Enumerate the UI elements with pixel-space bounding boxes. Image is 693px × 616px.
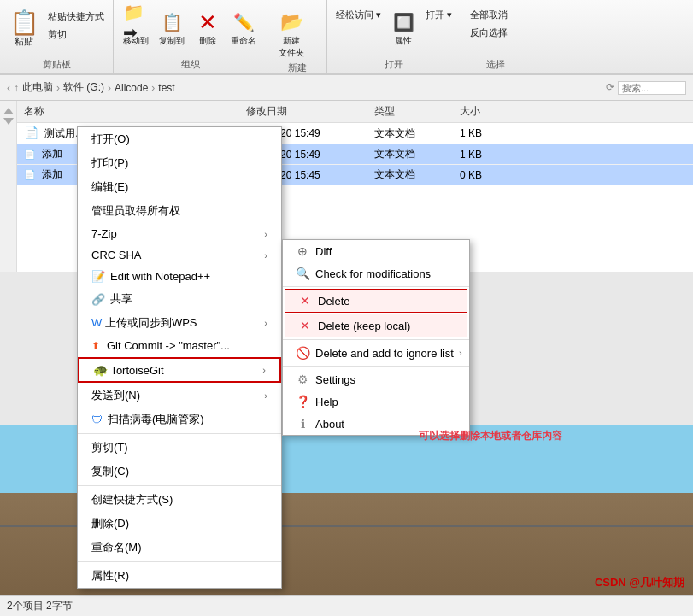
clipboard-label: 剪贴板	[5, 58, 108, 73]
status-text: 2个项目 2字节	[7, 599, 73, 613]
ctx-antivirus[interactable]: 🛡 扫描病毒(电脑管家)	[78, 408, 281, 431]
submenu-settings[interactable]: ⚙ Settings	[283, 368, 469, 390]
submenu-settings-label: Settings	[315, 373, 355, 386]
address-part-test[interactable]: test	[158, 82, 174, 94]
file-icon-1: 📄	[24, 126, 38, 139]
ctx-notepad-label: Edit with Notepad++	[110, 270, 210, 283]
rename-button[interactable]: ✏️ 重命名	[226, 7, 261, 50]
address-part-allcode[interactable]: Allcode	[115, 82, 148, 94]
ctx-7zip-arrow: ›	[264, 229, 267, 239]
help-icon: ❓	[295, 395, 310, 408]
ctx-cut[interactable]: 剪切(T)	[78, 436, 281, 460]
delete-red-icon: ✕	[297, 294, 313, 308]
submenu-sep-1	[283, 286, 469, 287]
header-name[interactable]: 名称	[24, 104, 246, 119]
easy-access-button[interactable]: 经松访问 ▾	[332, 7, 385, 23]
ctx-tortoisegit[interactable]: 🐢 TortoiseGit ›	[78, 357, 281, 383]
submenu-help-label: Help	[315, 396, 338, 408]
ctx-rename[interactable]: 重命名(M)	[78, 536, 281, 560]
file-icon-2: 📄	[24, 149, 36, 159]
ctx-sendto[interactable]: 发送到(N) ›	[78, 384, 281, 408]
open-button[interactable]: 打开 ▾	[422, 7, 455, 23]
expand-arrow-down[interactable]	[3, 118, 14, 125]
ctx-7zip[interactable]: 7-Zip ›	[78, 223, 281, 244]
address-part-computer[interactable]: 此电脑	[22, 80, 53, 95]
submenu-delete-keep-local-label: Delete (keep local)	[318, 320, 410, 332]
address-up-arrow[interactable]: ↑	[14, 82, 19, 94]
csdn-watermark: CSDN @几叶知期	[595, 575, 684, 590]
submenu-diff-label: Diff	[315, 245, 332, 258]
address-part-drive[interactable]: 软件 (G:)	[63, 80, 104, 95]
submenu-check-modifications[interactable]: 🔍 Check for modifications	[283, 262, 469, 285]
deselect-all-button[interactable]: 全部取消	[467, 7, 511, 23]
submenu-delete[interactable]: ✕ Delete	[285, 289, 467, 313]
ctx-delete[interactable]: 删除(D)	[78, 512, 281, 536]
header-size[interactable]: 大小	[460, 104, 528, 119]
toolbar-group-open: 经松访问 ▾ 🔲 属性 打开 ▾ 打开	[327, 0, 461, 73]
move-to-button[interactable]: 📁➡ 移动到	[119, 7, 153, 50]
delete-button[interactable]: ✕ 删除	[191, 7, 225, 50]
check-modifications-icon: 🔍	[295, 267, 310, 280]
file-size-2: 1 KB	[460, 149, 528, 161]
submenu-check-label: Check for modifications	[315, 267, 431, 280]
ctx-notepad[interactable]: 📝 Edit with Notepad++	[78, 266, 281, 287]
toolbar: 📋 粘贴 粘贴快捷方式 剪切 剪贴板 📁➡ 移动到	[0, 0, 693, 75]
toolbar-group-organize: 📁➡ 移动到 📋 复制到 ✕ 删除 ✏️ 重命名 组织	[114, 0, 267, 73]
open-label: 打开	[332, 58, 455, 73]
file-list-header: 名称 修改日期 类型 大小	[17, 101, 693, 123]
ctx-admin[interactable]: 管理员取得所有权	[78, 199, 281, 223]
ctx-copy[interactable]: 复制(C)	[78, 460, 281, 484]
ctx-sep-3	[78, 561, 281, 562]
git-commit-icon: ⬆	[91, 340, 100, 352]
ctx-create-shortcut-label: 创建快捷方式(S)	[91, 492, 173, 507]
ctx-cut-label: 剪切(T)	[91, 440, 128, 455]
ctx-share-label: 共享	[110, 291, 132, 307]
ctx-copy-label: 复制(C)	[91, 464, 129, 479]
ctx-wps[interactable]: W 上传或同步到WPS ›	[78, 311, 281, 335]
submenu-diff[interactable]: ⊕ Diff	[283, 240, 469, 262]
ctx-rename-label: 重命名(M)	[91, 540, 142, 555]
copy-to-button[interactable]: 📋 复制到	[155, 7, 189, 50]
organize-label: 组织	[119, 58, 261, 73]
ctx-crc[interactable]: CRC SHA ›	[78, 244, 281, 266]
ctx-edit-label: 编辑(E)	[91, 179, 128, 195]
ctx-wps-label: 上传或同步到WPS	[105, 316, 197, 329]
ctx-share[interactable]: 🔗 共享	[78, 287, 281, 311]
delete-ignore-arrow: ›	[459, 348, 462, 358]
submenu-delete-keep-local[interactable]: ✕ Delete (keep local)	[285, 314, 467, 337]
context-menu: 打开(O) 打印(P) 编辑(E) 管理员取得所有权 7-Zip › CRC S…	[77, 126, 282, 589]
toolbar-group-select: 全部取消 反向选择 选择	[461, 0, 530, 73]
toolbar-group-clipboard: 📋 粘贴 粘贴快捷方式 剪切 剪贴板	[0, 0, 114, 73]
toolbar-group-new: 📂 新建文件夹 新建	[267, 0, 327, 73]
header-date[interactable]: 修改日期	[246, 104, 374, 119]
ctx-open-label: 打开(O)	[91, 132, 130, 147]
antivirus-icon: 🛡	[91, 414, 103, 426]
ctx-git-commit[interactable]: ⬆ Git Commit -> "master"...	[78, 335, 281, 356]
tortoisegit-icon: 🐢	[93, 363, 108, 377]
address-refresh-icon[interactable]: ⟳	[606, 81, 614, 95]
ctx-tortoisegit-arrow: ›	[262, 365, 266, 375]
cut-button[interactable]: 剪切	[44, 26, 108, 43]
invert-select-button[interactable]: 反向选择	[467, 25, 511, 41]
notepad-icon: 📝	[91, 270, 105, 283]
ctx-open[interactable]: 打开(O)	[78, 127, 281, 151]
new-folder-button[interactable]: 📂 新建文件夹	[273, 7, 310, 62]
address-path: 此电脑 › 软件 (G:) › Allcode › test	[22, 80, 175, 95]
ctx-create-shortcut[interactable]: 创建快捷方式(S)	[78, 488, 281, 512]
ctx-properties[interactable]: 属性(R)	[78, 564, 281, 588]
submenu-delete-ignore[interactable]: 🚫 Delete and add to ignore list ›	[283, 342, 469, 364]
properties-button[interactable]: 🔲 属性	[386, 7, 420, 50]
wps-icon: W	[91, 316, 102, 329]
ctx-edit[interactable]: 编辑(E)	[78, 175, 281, 199]
paste-shortcut-button[interactable]: 粘贴快捷方式	[44, 9, 108, 25]
address-left-arrow[interactable]: ‹	[7, 82, 10, 94]
share-icon: 🔗	[91, 293, 105, 306]
paste-button[interactable]: 📋 粘贴	[5, 7, 43, 50]
about-icon: ℹ	[295, 417, 310, 431]
expand-arrow-up[interactable]	[3, 108, 14, 114]
search-input[interactable]	[618, 81, 686, 95]
header-type[interactable]: 类型	[374, 104, 460, 119]
submenu-help[interactable]: ❓ Help	[283, 390, 469, 413]
ctx-print[interactable]: 打印(P)	[78, 151, 281, 175]
file-type-3: 文本文档	[374, 167, 460, 182]
